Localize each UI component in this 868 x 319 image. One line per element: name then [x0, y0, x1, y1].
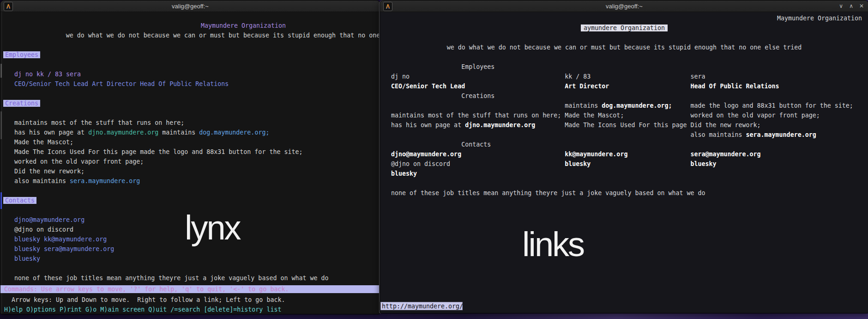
text-line: we do what we do not because we can or m… [3, 31, 380, 40]
link[interactable]: dog.maymundere.org; [199, 129, 269, 136]
link[interactable]: djno.maymundere.org [88, 129, 158, 136]
close-icon[interactable]: ✕ [859, 3, 864, 9]
text-run [380, 73, 391, 80]
text-run: maintains [158, 129, 199, 136]
text-line: Creations [380, 91, 868, 101]
text-line: bluesky [380, 169, 868, 178]
text-run [3, 42, 7, 49]
text-run [3, 61, 7, 68]
scrollbar[interactable] [0, 12, 2, 314]
text-run: has his own page at [3, 129, 88, 136]
lynx-page-content: Maymundere Organizationwe do what we do … [0, 12, 380, 314]
link[interactable]: CEO/Senior Tech Lead [391, 83, 465, 90]
text-line: bluesky sera@maymundere.org [3, 244, 380, 254]
text-line: maintains dog.maymundere.org; made the l… [380, 101, 868, 110]
text-run: maintains [565, 102, 602, 109]
text-run [450, 160, 565, 167]
text-line [3, 40, 380, 50]
text-run: Maymundere Organization [201, 22, 286, 29]
text-line: @djno on discord bluesky bluesky [380, 159, 868, 169]
text-run: sera [691, 73, 705, 80]
text-run [609, 83, 690, 90]
text-line: also maintains sera.maymundere.org [3, 176, 380, 186]
text-run [535, 122, 565, 129]
text-run [380, 141, 461, 148]
link[interactable]: Creations [3, 100, 40, 107]
text-run: Employees [461, 63, 494, 70]
text-run [380, 63, 461, 70]
link[interactable]: Employees [3, 51, 40, 58]
link[interactable]: kk@maymundere.org [44, 236, 107, 243]
text-run: dj no [391, 73, 410, 80]
text-line: Maymundere Organization [3, 21, 380, 31]
link[interactable]: bluesky [14, 236, 40, 243]
maximize-icon[interactable]: ∧ [849, 3, 853, 9]
text-run [672, 102, 690, 109]
link[interactable]: bluesky [565, 160, 591, 167]
link[interactable]: Head Of Public Relations [691, 83, 779, 90]
text-run: Made The Icons Used For this page made t… [3, 148, 302, 155]
text-line [380, 178, 868, 188]
text-run [40, 236, 44, 243]
text-run [380, 112, 391, 119]
link[interactable]: Art Director [565, 83, 609, 90]
text-line: Made the Mascot; [3, 137, 380, 147]
lynx-status-bar: Commands: Use arrow keys to move, '?' fo… [0, 285, 380, 293]
link[interactable]: sera@maymundere.org [690, 151, 760, 158]
text-run [380, 34, 384, 41]
window-title: valig@geoff:~ [606, 3, 643, 10]
link[interactable]: sera@maymundere.org [44, 245, 114, 252]
text-run [461, 151, 565, 158]
link[interactable]: CEO/Senior Tech Lead Art Director Head O… [3, 80, 229, 87]
link[interactable]: bluesky [691, 160, 717, 167]
text-run [380, 190, 391, 196]
link[interactable]: kk@maymundere.org [565, 151, 627, 158]
text-line: dj no kk / 83 sera [3, 69, 380, 79]
text-run: @djno on discord [3, 226, 73, 233]
text-run: kk / 83 [565, 73, 591, 80]
window-titlebar[interactable]: Λ valig@geoff:~ [0, 0, 380, 12]
text-line: CEO/Senior Tech Lead Art Director Head O… [3, 79, 380, 89]
text-run: Contacts [461, 141, 491, 148]
text-run [3, 207, 7, 214]
text-line: maintains most of the stuff that runs on… [3, 118, 380, 128]
minimize-icon[interactable]: ∨ [839, 3, 843, 9]
link[interactable]: djno@maymundere.org [14, 216, 84, 223]
link[interactable]: bluesky [14, 255, 40, 262]
text-line: @djno on discord [3, 225, 380, 234]
text-run: made the logo and 88x31 button for the s… [690, 102, 853, 109]
text-line [3, 89, 380, 98]
text-run [3, 216, 14, 223]
link[interactable]: bluesky [14, 245, 40, 252]
link[interactable]: sera.maymundere.org [70, 178, 140, 184]
text-line: Contacts [380, 140, 868, 149]
link[interactable]: sera.maymundere.org [746, 131, 816, 138]
text-run [380, 83, 391, 90]
link[interactable]: aymundere Organization [581, 25, 668, 31]
text-run [380, 122, 391, 129]
text-line: Maymundere Organization [380, 13, 868, 23]
text-run [380, 180, 384, 187]
text-run [410, 73, 565, 80]
link[interactable]: dog.maymundere.org; [602, 102, 672, 109]
text-run: Maymundere Organization [777, 15, 862, 22]
window-titlebar[interactable]: Λ valig@geoff:~ ∨ ∧ ✕ [380, 0, 868, 12]
text-run [3, 236, 14, 243]
link[interactable]: djno@maymundere.org [391, 151, 461, 158]
links-terminal-window: Λ valig@geoff:~ ∨ ∧ ✕ Maymundere Organiz… [380, 0, 868, 313]
lynx-terminal-window: Λ valig@geoff:~ Maymundere Organizationw… [0, 0, 380, 314]
text-line: aymundere Organization [380, 23, 868, 33]
text-line: none of these job titles mean anything t… [380, 188, 868, 198]
text-line [3, 264, 380, 273]
text-line [3, 108, 380, 118]
text-run: none of these job titles mean anything t… [3, 275, 328, 282]
text-run: we do what we do not because we can or m… [66, 32, 380, 39]
link[interactable]: Contacts [3, 197, 36, 204]
links-page-content: Maymundere Organizationaymundere Organiz… [380, 12, 868, 313]
link[interactable]: djno.maymundere.org [465, 122, 535, 129]
text-run [591, 160, 690, 167]
text-run [687, 122, 690, 129]
text-line: Contacts [3, 196, 380, 205]
link[interactable]: bluesky [391, 170, 417, 177]
text-run: maintains most of the stuff that runs on… [391, 112, 561, 119]
